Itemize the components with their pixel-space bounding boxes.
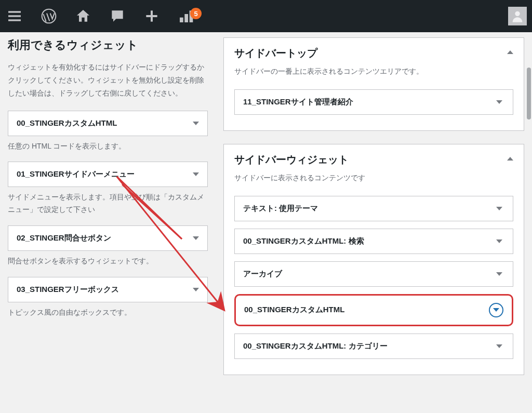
svg-rect-7 <box>184 14 188 22</box>
chevron-down-icon <box>496 272 502 276</box>
comment-icon[interactable] <box>108 7 127 25</box>
admin-bar: 5 <box>0 0 532 32</box>
widget-area-sidebar-top: サイドバートップ サイドバーの一番上に表示されるコンテンツエリアです。 11_S… <box>223 37 524 131</box>
widget-description: トピックス風の自由なボックスです。 <box>8 307 208 319</box>
expand-button[interactable] <box>489 303 503 317</box>
chevron-down-icon <box>193 122 199 125</box>
widget-title: テキスト: 使用テーマ <box>243 204 318 214</box>
home-icon[interactable] <box>74 7 92 25</box>
user-avatar[interactable] <box>508 7 527 25</box>
placed-widget[interactable]: アーカイブ <box>234 261 513 287</box>
placed-widget[interactable]: 11_STINGERサイト管理者紹介 <box>234 89 513 115</box>
chevron-down-icon <box>496 239 502 243</box>
widget-area-title: サイドバーウィジェット <box>234 153 349 167</box>
widget-area-title: サイドバートップ <box>234 46 317 60</box>
chevron-down-icon <box>193 172 199 176</box>
widget-title: 03_STINGERフリーボックス <box>17 285 119 295</box>
menu-icon[interactable] <box>5 7 24 25</box>
placed-widget[interactable]: 00_STINGERカスタムHTML: カテゴリー <box>234 334 513 359</box>
widget-title: 00_STINGERカスタムHTML <box>244 305 344 315</box>
chevron-up-icon[interactable] <box>507 50 513 54</box>
widget-area-description: サイドバーに表示されるコンテンツです <box>234 172 513 184</box>
available-widgets-panel: 利用できるウィジェット ウィジェットを有効化するにはサイドバーにドラッグするかク… <box>8 37 208 408</box>
widget-title: 02_STINGER問合せボタン <box>17 233 111 243</box>
widget-description: 任意の HTML コードを表示します。 <box>8 140 208 153</box>
stats-icon[interactable]: 5 <box>177 7 195 25</box>
chevron-down-icon <box>493 308 499 312</box>
chevron-down-icon <box>496 100 502 104</box>
widget-area-description: サイドバーの一番上に表示されるコンテンツエリアです。 <box>234 65 513 78</box>
available-widget[interactable]: 02_STINGER問合せボタン <box>8 225 208 251</box>
widget-title: アーカイブ <box>243 269 282 279</box>
chevron-down-icon <box>496 344 502 348</box>
widget-title: 01_STINGERサイドバーメニュー <box>17 169 135 179</box>
scrollbar[interactable] <box>527 68 531 119</box>
available-widget[interactable]: 01_STINGERサイドバーメニュー <box>8 162 208 187</box>
placed-widget[interactable]: 00_STINGERカスタムHTML: 検索 <box>234 229 513 254</box>
available-widgets-title: 利用できるウィジェット <box>8 37 208 53</box>
add-new-icon[interactable] <box>142 7 161 25</box>
widget-areas-panel: サイドバートップ サイドバーの一番上に表示されるコンテンツエリアです。 11_S… <box>223 37 524 408</box>
svg-point-9 <box>515 11 520 16</box>
available-widgets-description: ウィジェットを有効化するにはサイドバーにドラッグするかクリックしてください。ウィ… <box>8 61 208 100</box>
placed-widget-highlighted[interactable]: 00_STINGERカスタムHTML <box>234 294 513 326</box>
widget-title: 11_STINGERサイト管理者紹介 <box>243 97 353 107</box>
widget-title: 00_STINGERカスタムHTML: 検索 <box>243 236 364 246</box>
notification-badge: 5 <box>190 8 202 19</box>
widget-description: 問合せボタンを表示するウィジェットです。 <box>8 255 208 268</box>
chevron-down-icon <box>193 236 199 240</box>
widget-description: サイドメニューを表示します。項目や並び順は「カスタムメニュー」で設定して下さい <box>8 191 208 216</box>
widget-title: 00_STINGERカスタムHTML: カテゴリー <box>243 341 388 351</box>
svg-rect-6 <box>180 18 183 22</box>
chevron-up-icon[interactable] <box>507 157 513 161</box>
wordpress-logo-icon[interactable] <box>39 7 58 25</box>
placed-widget[interactable]: テキスト: 使用テーマ <box>234 196 513 221</box>
widget-title: 00_STINGERカスタムHTML <box>17 118 117 128</box>
available-widget[interactable]: 00_STINGERカスタムHTML <box>8 111 208 136</box>
widget-area-sidebar-widget: サイドバーウィジェット サイドバーに表示されるコンテンツです テキスト: 使用テ… <box>223 144 524 375</box>
chevron-down-icon <box>193 288 199 291</box>
available-widget[interactable]: 03_STINGERフリーボックス <box>8 277 208 302</box>
chevron-down-icon <box>496 207 502 210</box>
